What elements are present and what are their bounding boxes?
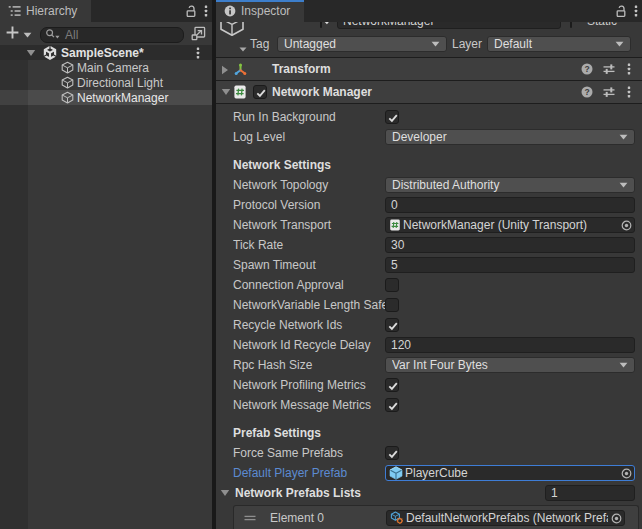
gameobject-cube-icon bbox=[61, 76, 74, 89]
transform-menu-icon[interactable] bbox=[627, 63, 631, 75]
scene-foldout-icon[interactable] bbox=[26, 49, 36, 57]
transform-help-icon[interactable]: ? bbox=[581, 63, 593, 75]
tag-label: Tag bbox=[250, 36, 269, 52]
search-icon bbox=[45, 28, 61, 43]
transform-title: Transform bbox=[272, 58, 331, 80]
scene-name: SampleScene* bbox=[61, 46, 144, 60]
scene-visibility-gutter bbox=[0, 60, 28, 529]
section-prefab-settings: Prefab Settings bbox=[216, 415, 642, 443]
inspector-lock-icon[interactable] bbox=[612, 0, 630, 22]
inspector-menu-icon[interactable] bbox=[630, 0, 642, 22]
network-manager-component-header[interactable]: Network Manager ? bbox=[216, 81, 642, 103]
row-network-message-metrics: Network Message Metrics bbox=[216, 395, 642, 415]
row-force-same-prefabs: Force Same Prefabs bbox=[216, 443, 642, 463]
property-label: Spawn Timeout bbox=[233, 258, 385, 272]
row-run-in-background: Run In Background bbox=[216, 107, 642, 127]
static-checkbox[interactable] bbox=[570, 22, 572, 28]
rpc-hash-size-dropdown[interactable]: Var Int Four Bytes bbox=[385, 357, 635, 373]
network-topology-dropdown[interactable]: Distributed Authority bbox=[385, 177, 635, 193]
network-transport-object-field[interactable]: NetworkManager (Unity Transport) bbox=[385, 217, 635, 233]
list-size-field[interactable]: 1 bbox=[545, 485, 635, 501]
row-default-player-prefab: Default Player PrefabPlayerCube bbox=[216, 463, 642, 483]
open-search-window-button[interactable] bbox=[191, 26, 206, 41]
hierarchy-item-label: Main Camera bbox=[77, 61, 149, 75]
scene-menu-icon[interactable] bbox=[196, 47, 200, 59]
element-0-object-field[interactable]: DefaultNetworkPrefabs (Network Prefabs L… bbox=[386, 510, 625, 526]
network-manager-body: Run In BackgroundLog LevelDeveloperNetwo… bbox=[216, 104, 642, 529]
transform-foldout-icon[interactable] bbox=[221, 65, 229, 75]
layer-dropdown[interactable]: Default bbox=[487, 36, 631, 52]
gameobject-header: NetworkManager Static Tag Untagged Layer… bbox=[216, 22, 642, 57]
property-label: Force Same Prefabs bbox=[233, 446, 385, 460]
network-prefabs-lists-foldout-icon[interactable] bbox=[220, 489, 230, 497]
add-gameobject-button[interactable] bbox=[5, 25, 33, 42]
row-spawn-timeout: Spawn Timeout5 bbox=[216, 255, 642, 275]
property-label: NetworkVariable Length Safety bbox=[233, 298, 385, 312]
network-prefabs-list: Element 0DefaultNetworkPrefabs (Network … bbox=[233, 505, 639, 529]
property-label: Network Topology bbox=[233, 178, 385, 192]
transform-component-header[interactable]: Transform ? bbox=[216, 58, 642, 80]
network-manager-help-icon[interactable]: ? bbox=[581, 86, 593, 98]
tab-hierarchy[interactable]: Hierarchy bbox=[0, 0, 91, 22]
spawn-timeout-field[interactable]: 5 bbox=[385, 257, 635, 273]
hierarchy-item-directional-light[interactable]: Directional Light bbox=[0, 75, 212, 90]
scene-row[interactable]: SampleScene* bbox=[0, 45, 212, 60]
object-picker-icon[interactable] bbox=[608, 511, 624, 525]
object-picker-icon[interactable] bbox=[618, 218, 634, 232]
hierarchy-lock-icon[interactable] bbox=[182, 0, 200, 22]
plus-caret-icon bbox=[23, 27, 32, 41]
gameobject-enabled-checkbox[interactable] bbox=[320, 22, 322, 28]
property-label: Network Message Metrics bbox=[233, 398, 385, 412]
network-manager-presets-icon[interactable] bbox=[602, 85, 616, 99]
property-label: Default Player Prefab bbox=[233, 466, 385, 480]
run-in-background-checkbox[interactable] bbox=[385, 110, 399, 124]
default-player-prefab-object-field[interactable]: PlayerCube bbox=[385, 465, 635, 481]
row-networkvariable-length-safety: NetworkVariable Length Safety bbox=[216, 295, 642, 315]
property-label: Network Profiling Metrics bbox=[233, 378, 385, 392]
network-manager-menu-icon[interactable] bbox=[627, 86, 631, 98]
row-protocol-version: Protocol Version0 bbox=[216, 195, 642, 215]
row-connection-approval: Connection Approval bbox=[216, 275, 642, 295]
network-manager-title: Network Manager bbox=[272, 81, 372, 103]
network-profiling-metrics-checkbox[interactable] bbox=[385, 378, 399, 392]
hierarchy-item-main-camera[interactable]: Main Camera bbox=[0, 60, 212, 75]
asset-icon bbox=[390, 511, 404, 525]
networkvariable-length-safety-checkbox[interactable] bbox=[385, 298, 399, 312]
svg-text:?: ? bbox=[584, 87, 589, 97]
network-manager-foldout-icon[interactable] bbox=[221, 88, 231, 96]
row-network-id-recycle-delay: Network Id Recycle Delay120 bbox=[216, 335, 642, 355]
object-picker-icon[interactable] bbox=[618, 466, 634, 480]
property-label: Run In Background bbox=[233, 110, 385, 124]
script-icon bbox=[389, 219, 401, 231]
tab-hierarchy-label: Hierarchy bbox=[26, 4, 77, 18]
transform-presets-icon[interactable] bbox=[602, 62, 616, 76]
property-label: Tick Rate bbox=[233, 238, 385, 252]
force-same-prefabs-checkbox[interactable] bbox=[385, 446, 399, 460]
drag-handle-icon[interactable] bbox=[244, 515, 256, 521]
gameobject-name-field[interactable]: NetworkManager bbox=[337, 22, 561, 29]
protocol-version-field[interactable]: 0 bbox=[385, 197, 635, 213]
row-network-prefabs-lists: Network Prefabs Lists1 bbox=[216, 483, 642, 503]
network-manager-enabled-checkbox[interactable] bbox=[253, 85, 267, 99]
property-label: Protocol Version bbox=[233, 198, 385, 212]
tag-dropdown[interactable]: Untagged bbox=[277, 36, 447, 52]
tab-inspector[interactable]: Inspector bbox=[216, 0, 304, 22]
hierarchy-item-label: NetworkManager bbox=[77, 91, 168, 105]
transform-icon bbox=[233, 62, 248, 77]
hierarchy-menu-icon[interactable] bbox=[200, 0, 212, 22]
hierarchy-search-input[interactable]: All bbox=[40, 27, 184, 43]
caret-down-icon bbox=[619, 182, 628, 188]
row-network-transport: Network TransportNetworkManager (Unity T… bbox=[216, 215, 642, 235]
hierarchy-item-networkmanager[interactable]: NetworkManager bbox=[0, 90, 212, 105]
log-level-dropdown[interactable]: Developer bbox=[385, 129, 635, 145]
tick-rate-field[interactable]: 30 bbox=[385, 237, 635, 253]
tag-caret-icon bbox=[431, 41, 440, 47]
svg-text:?: ? bbox=[584, 64, 589, 74]
recycle-network-ids-checkbox[interactable] bbox=[385, 318, 399, 332]
unity-scene-icon bbox=[43, 46, 57, 60]
property-label: Network Transport bbox=[233, 218, 385, 232]
connection-approval-checkbox[interactable] bbox=[385, 278, 399, 292]
network-message-metrics-checkbox[interactable] bbox=[385, 398, 399, 412]
network-id-recycle-delay-field[interactable]: 120 bbox=[385, 337, 635, 353]
row-element-0[interactable]: Element 0DefaultNetworkPrefabs (Network … bbox=[234, 506, 638, 529]
